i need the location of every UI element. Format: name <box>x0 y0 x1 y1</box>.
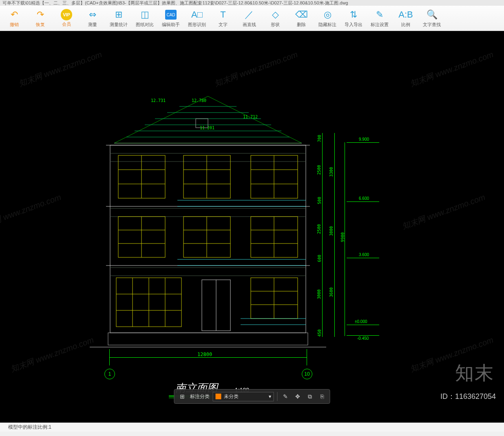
roof-dim-peak: 11.201 <box>200 126 214 130</box>
redo-label: 恢复 <box>36 22 45 28</box>
width-ext-left <box>109 349 110 365</box>
vip-button[interactable]: VIP会员 <box>54 7 79 30</box>
text-icon: T <box>217 9 229 21</box>
text-button[interactable]: T文字 <box>210 7 236 30</box>
level-6600: 6.600 <box>359 196 369 201</box>
vdim-o-3300: 3300 <box>329 167 334 177</box>
measure-stat-button[interactable]: ⊞测量统计 <box>106 7 131 30</box>
redo-icon: ↷ <box>34 9 46 21</box>
annot-settings-button[interactable]: ✎标注设置 <box>367 7 392 30</box>
vdim-o-3600: 3600 <box>329 287 334 297</box>
level-9900: 9.900 <box>359 137 369 142</box>
watermark: 知末网 www.znzmo.com <box>0 192 63 232</box>
edit-assist-icon: CAD <box>165 9 177 21</box>
undo-button[interactable]: ↶撤销 <box>2 7 27 30</box>
level-0: ±0.000 <box>355 319 367 324</box>
grid-bubble-1: 1 <box>104 369 115 379</box>
width-label: 12800 <box>197 352 212 357</box>
level-neg: -0.450 <box>357 336 369 341</box>
level-line <box>347 335 379 336</box>
watermark: 知末网 www.znzmo.com <box>400 192 487 232</box>
paste-icon[interactable]: ⎘ <box>318 392 327 401</box>
category-color-swatch <box>216 394 221 399</box>
vdim-total: 9900 <box>340 232 345 242</box>
level-3600: 3.600 <box>359 252 369 257</box>
text-label: 文字 <box>219 22 228 28</box>
edit-icon[interactable]: ✎ <box>281 392 290 401</box>
vdim-600: 600 <box>317 255 322 262</box>
compare-icon: ◫ <box>139 9 151 21</box>
level-line <box>347 325 379 325</box>
annot-settings-label: 标注设置 <box>371 22 389 28</box>
measure-icon: ⇔ <box>86 9 99 21</box>
measure-label: 测量 <box>88 22 97 28</box>
category-value: 未分类 <box>224 393 239 400</box>
hide-annot-button[interactable]: ◎隐藏标注 <box>315 7 340 30</box>
vdim-o-3000: 3000 <box>329 226 334 236</box>
import-export-button[interactable]: ⇅导入导出 <box>341 7 366 30</box>
vdim-700: 700 <box>317 135 322 142</box>
vip-label: 会员 <box>62 21 71 27</box>
width-dim-line <box>109 357 307 358</box>
shape-icon: ◇ <box>269 9 281 21</box>
cad-canvas[interactable]: 知末网 www.znzmo.com 知末网 www.znzmo.com 知末网 … <box>0 31 504 423</box>
shape-button[interactable]: ◇形状 <box>263 7 288 30</box>
brand-watermark: 知末 <box>455 361 494 386</box>
vip-icon: VIP <box>61 9 72 20</box>
image-id: ID：1163627054 <box>440 392 496 401</box>
measure-button[interactable]: ⇔测量 <box>80 7 105 30</box>
grid-bubble-10: 10 <box>302 369 312 379</box>
compare-label: 图纸对比 <box>136 22 154 28</box>
svg-rect-18 <box>108 333 308 345</box>
main-toolbar: ↶撤销↷恢复VIP会员⇔测量⊞测量统计◫图纸对比CAD编辑助手A□图形识别T文字… <box>0 6 504 31</box>
annotation-toolbar: ⊞ 标注分类 未分类 ▾ ✎ ✥ ⧉ ⎘ <box>174 389 330 404</box>
vdim-2500b: 2500 <box>317 224 321 234</box>
ratio-icon: A:B <box>400 9 412 21</box>
vdim-line <box>322 133 323 337</box>
status-text: 模型中的标注比例:1 <box>8 424 51 430</box>
redo-button[interactable]: ↷恢复 <box>28 7 53 30</box>
file-path: 可单不下载\01精选【一、二、三、多层】(CAD+含效果图)\B3-【两层半或三… <box>2 0 348 5</box>
delete-label: 删除 <box>297 22 306 28</box>
chevron-down-icon: ▾ <box>269 394 271 399</box>
line-icon: ／ <box>243 9 255 21</box>
measure-stat-label: 测量统计 <box>110 22 128 28</box>
import-export-label: 导入导出 <box>345 22 363 28</box>
vdim-2500a: 2500 <box>317 165 321 175</box>
status-bar: 模型中的标注比例:1 <box>0 423 504 432</box>
roof-dim-mid: 12.780 <box>192 98 206 103</box>
title-bar: 可单不下载\01精选【一、二、三、多层】(CAD+含效果图)\B3-【两层半或三… <box>0 0 504 6</box>
category-select[interactable]: 未分类 ▾ <box>213 392 274 401</box>
hide-annot-label: 隐藏标注 <box>318 22 336 28</box>
undo-icon: ↶ <box>8 9 20 21</box>
level-line <box>347 201 379 202</box>
ratio-button[interactable]: A:B比例 <box>393 7 418 30</box>
delete-icon: ⌫ <box>295 9 307 21</box>
annot-settings-icon: ✎ <box>374 9 386 21</box>
recognize-label: 图形识别 <box>188 22 206 28</box>
measure-stat-icon: ⊞ <box>113 9 125 21</box>
text-find-button[interactable]: 🔍文字查找 <box>419 7 444 30</box>
recognize-button[interactable]: A□图形识别 <box>184 7 210 30</box>
elevation-drawing <box>65 64 375 374</box>
shape-label: 形状 <box>271 22 280 28</box>
grid-icon[interactable]: ⊞ <box>178 392 187 401</box>
compare-button[interactable]: ◫图纸对比 <box>132 7 157 30</box>
copy-icon[interactable]: ⧉ <box>305 392 314 401</box>
width-ext-right <box>307 349 307 365</box>
line-button[interactable]: ／画直线 <box>237 7 262 30</box>
hide-annot-icon: ◎ <box>321 9 334 21</box>
ratio-label: 比例 <box>401 22 410 28</box>
roof-dim-left: 12.731 <box>151 98 166 103</box>
vdim-450: 450 <box>317 329 322 336</box>
line-label: 画直线 <box>243 22 256 28</box>
delete-button[interactable]: ⌫删除 <box>289 7 314 30</box>
level-line <box>347 142 379 143</box>
text-find-label: 文字查找 <box>423 22 441 28</box>
text-find-icon: 🔍 <box>426 9 438 21</box>
edit-assist-button[interactable]: CAD编辑助手 <box>158 7 183 30</box>
vdim-line <box>334 133 335 337</box>
edit-assist-label: 编辑助手 <box>162 22 180 28</box>
recognize-icon: A□ <box>191 9 203 21</box>
move-icon[interactable]: ✥ <box>293 392 302 401</box>
